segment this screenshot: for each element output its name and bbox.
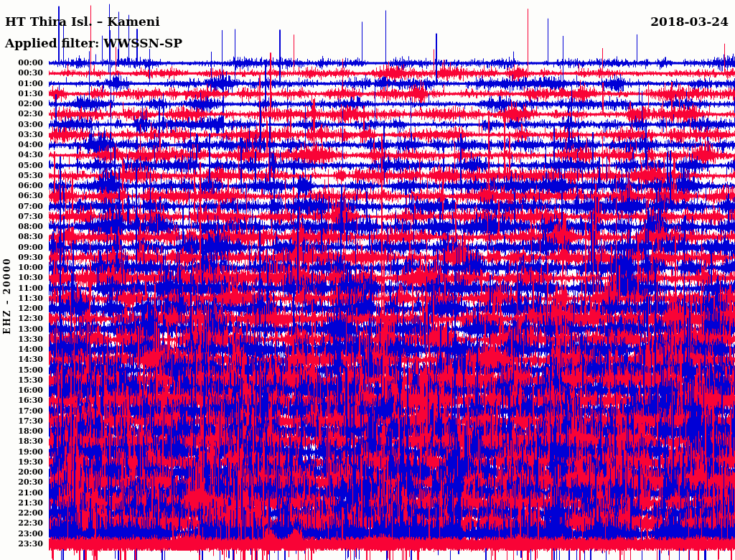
- time-label: 19:30: [18, 458, 43, 466]
- time-label: 18:30: [18, 437, 43, 445]
- time-label: 00:00: [18, 59, 43, 67]
- time-label: 06:00: [18, 182, 43, 190]
- time-label: 08:30: [18, 233, 43, 241]
- time-label: 17:30: [18, 417, 43, 425]
- time-label: 09:00: [18, 243, 43, 251]
- time-label: 14:00: [18, 345, 43, 353]
- time-label: 08:00: [18, 223, 43, 230]
- time-label: 14:30: [18, 355, 43, 363]
- time-label: 10:30: [18, 274, 43, 281]
- time-label: 00:30: [18, 69, 43, 77]
- time-label: 15:30: [18, 376, 43, 384]
- date-label: 2018-03-24: [650, 14, 729, 29]
- time-label: 13:00: [18, 325, 43, 333]
- time-label: 22:00: [18, 509, 43, 517]
- time-label: 12:00: [18, 304, 43, 312]
- time-label: 11:30: [18, 294, 43, 302]
- time-label: 05:00: [18, 162, 43, 169]
- time-label: 01:30: [18, 90, 43, 98]
- time-label: 16:00: [18, 386, 43, 394]
- time-label: 03:00: [18, 121, 43, 129]
- time-label: 18:00: [18, 427, 43, 435]
- time-label: 12:30: [18, 314, 43, 322]
- time-label: 22:30: [18, 519, 43, 527]
- time-label: 20:00: [18, 468, 43, 476]
- time-label: 23:00: [18, 530, 43, 538]
- time-label: 04:30: [18, 151, 43, 159]
- time-label: 09:30: [18, 253, 43, 261]
- time-label: 04:00: [18, 141, 43, 149]
- time-label: 16:30: [18, 396, 43, 404]
- time-label: 21:00: [18, 489, 43, 497]
- time-label: 17:00: [18, 407, 43, 415]
- time-label: 07:30: [18, 213, 43, 220]
- seismogram-traces-canvas: [0, 0, 735, 560]
- time-label: 23:30: [18, 540, 43, 548]
- time-label: 10:00: [18, 263, 43, 271]
- time-label: 02:30: [18, 110, 43, 118]
- time-label: 03:30: [18, 131, 43, 139]
- time-label: 20:30: [18, 478, 43, 486]
- time-label: 13:30: [18, 335, 43, 343]
- time-label: 21:30: [18, 499, 43, 507]
- time-label: 07:00: [18, 202, 43, 210]
- time-label: 01:00: [18, 80, 43, 88]
- time-label: 02:00: [18, 100, 43, 108]
- time-label: 15:00: [18, 366, 43, 374]
- time-label: 11:00: [18, 284, 43, 292]
- time-label: 06:30: [18, 192, 43, 200]
- time-axis: 00:0000:3001:0001:3002:0002:3003:0003:30…: [0, 0, 45, 560]
- helicorder-screen: HT Thira Isl. – Kameni Applied filter: W…: [0, 0, 735, 560]
- time-label: 05:30: [18, 172, 43, 179]
- time-label: 19:00: [18, 448, 43, 456]
